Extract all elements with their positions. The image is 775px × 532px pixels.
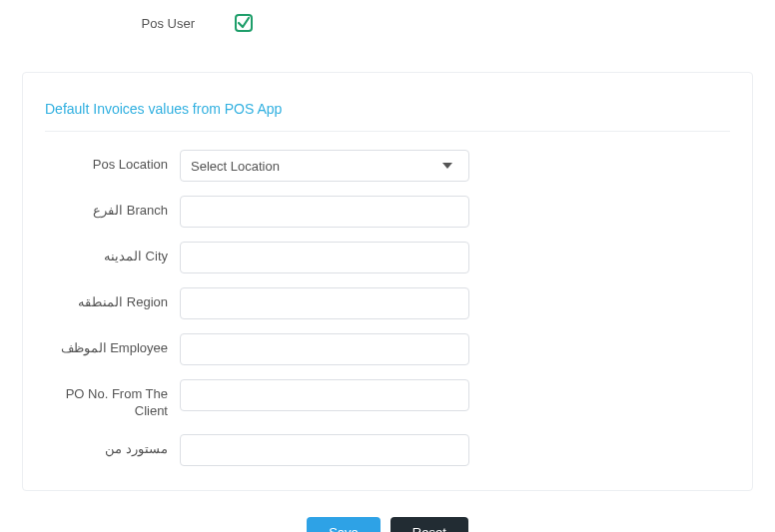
chevron-down-icon [442, 163, 452, 169]
label-po-no: PO No. From The Client [45, 379, 180, 420]
row-city: المدينه City [45, 242, 730, 273]
pos-user-row: Pos User [0, 0, 775, 32]
card-title: Default Invoices values from POS App [45, 101, 730, 132]
save-button[interactable]: Save [307, 517, 381, 532]
row-employee: الموظف Employee [45, 333, 730, 365]
pos-user-checkbox[interactable] [215, 14, 253, 32]
label-imported-from: مستورد من [45, 434, 180, 458]
row-branch: الفرع Branch [45, 196, 730, 228]
reset-button[interactable]: Reset [390, 517, 468, 532]
label-region: المنطقه Region [45, 287, 180, 311]
label-employee: الموظف Employee [45, 333, 180, 357]
pos-location-value: Select Location [191, 159, 280, 174]
imported-from-input[interactable] [180, 434, 469, 466]
row-region: المنطقه Region [45, 287, 730, 319]
row-imported-from: مستورد من [45, 434, 730, 466]
pos-user-label: Pos User [0, 16, 215, 31]
checkbox-checked-icon [235, 14, 253, 32]
default-invoices-card: Default Invoices values from POS App Pos… [22, 72, 753, 491]
row-pos-location: Pos Location Select Location [45, 150, 730, 182]
label-pos-location: Pos Location [45, 150, 180, 174]
region-input[interactable] [180, 287, 469, 319]
label-branch: الفرع Branch [45, 196, 180, 220]
employee-input[interactable] [180, 333, 469, 365]
label-city: المدينه City [45, 242, 180, 266]
po-no-input[interactable] [180, 379, 469, 411]
action-buttons: Save Reset [0, 517, 775, 532]
city-input[interactable] [180, 242, 469, 273]
branch-input[interactable] [180, 196, 469, 228]
row-po-no: PO No. From The Client [45, 379, 730, 420]
pos-location-select[interactable]: Select Location [180, 150, 469, 182]
